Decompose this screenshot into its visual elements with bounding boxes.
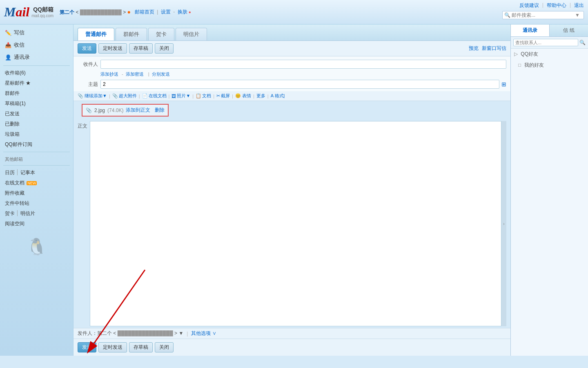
write-label: 写信: [14, 29, 24, 36]
cc-link[interactable]: 添加抄送: [100, 72, 118, 76]
tab-group-mail[interactable]: 群邮件: [116, 28, 147, 40]
tab-greeting-card[interactable]: 贺卡: [148, 28, 174, 40]
attachments-label: 附件收藏: [5, 190, 24, 196]
sidebar-subscription[interactable]: QQ邮件订阅: [0, 139, 73, 150]
doc-label: 文档: [202, 93, 211, 99]
continue-add-button[interactable]: 继续添加▼: [85, 93, 107, 99]
cc-bcc-links: 添加抄送 - 添加密送 | 分别发送: [100, 71, 506, 77]
separate-link[interactable]: 分别发送: [152, 72, 170, 76]
tab-contacts[interactable]: 通讯录: [511, 25, 550, 36]
preview-link[interactable]: 预览: [469, 45, 479, 52]
logo-ail-letters: ail: [16, 4, 29, 20]
scheduled-send-button[interactable]: 定时发送: [98, 43, 127, 54]
sender-end[interactable]: > ▼: [174, 330, 183, 336]
qq-friends-expand: ▷: [514, 51, 518, 57]
super-attach-button[interactable]: 📎 超大附件: [112, 93, 137, 99]
contacts-button[interactable]: 👤 通讯录: [0, 51, 73, 63]
sidebar-file-transfer[interactable]: 文件中转站: [0, 198, 73, 209]
super-attach-label: 超大附件: [119, 93, 137, 99]
subject-icon[interactable]: ⊞: [501, 81, 506, 88]
to-row: 收件人: [78, 60, 506, 69]
inbox-button[interactable]: 📥 收信: [0, 39, 73, 51]
emoji-label: 😊 表情: [235, 93, 251, 99]
add-to-body-link[interactable]: 添加到正文: [126, 107, 150, 114]
send-label: 发送: [82, 45, 92, 51]
footer-scheduled-button[interactable]: 定时发送: [98, 342, 127, 352]
online-doc-button[interactable]: 📄 在线文档: [142, 93, 167, 99]
sidebar-reading[interactable]: 阅读空间: [0, 219, 73, 229]
username: 第二个: [60, 9, 74, 15]
photo-label: 照片▼: [177, 93, 190, 99]
sidebar-sent[interactable]: 已发送: [0, 109, 73, 119]
feedback-link[interactable]: 反馈建议: [519, 2, 539, 9]
sep5: |: [213, 94, 214, 99]
search-input[interactable]: [512, 12, 575, 18]
sidebar-deleted[interactable]: 已删除: [0, 119, 73, 129]
help-link[interactable]: 帮助中心: [547, 2, 566, 9]
body-editor[interactable]: [90, 121, 501, 326]
scrollbar-toggle[interactable]: ›: [501, 121, 506, 326]
bcc-link[interactable]: 添加密送: [126, 72, 144, 76]
sep4: |: [192, 94, 194, 99]
tab-stationery[interactable]: 信 纸: [550, 25, 588, 36]
footer-draft-button[interactable]: 存草稿: [129, 342, 153, 352]
sidebar-trash[interactable]: 垃圾箱: [0, 129, 73, 139]
my-friends-group[interactable]: □ 我的好友: [511, 60, 588, 71]
sidebar-calendar[interactable]: 日历 │ 记事本: [0, 168, 73, 178]
close-compose-button[interactable]: 关闭: [155, 43, 174, 54]
tab-postcard[interactable]: 明信片: [176, 28, 207, 40]
other-options[interactable]: 其他选项 ∨: [191, 330, 216, 337]
footer-send-button[interactable]: 发送: [78, 342, 96, 352]
inbox-label: 收信: [14, 41, 24, 49]
format-button[interactable]: A 格式|: [271, 93, 285, 99]
header: M ail QQ邮箱 mail.qq.com 第二个 < ███████████…: [0, 0, 588, 25]
write-mail-button[interactable]: ✏️ 写信: [0, 27, 73, 39]
attachment-size: (74.0K): [107, 108, 123, 113]
compose-area-wrapper: 普通邮件 群邮件 贺卡 明信片 发送 定时发送: [74, 25, 588, 356]
compose-tabs: 普通邮件 群邮件 贺卡 明信片: [74, 25, 510, 41]
save-draft-button[interactable]: 存草稿: [129, 43, 153, 54]
body-label: 正文: [78, 121, 90, 326]
contacts-search-button[interactable]: 🔍: [579, 40, 586, 45]
subject-label: 主题: [78, 81, 98, 88]
sidebar-attachments[interactable]: 附件收藏: [0, 188, 73, 198]
subject-input[interactable]: [100, 80, 499, 89]
sidebar-starred[interactable]: 星标邮件 ★: [0, 78, 73, 88]
emoji-button[interactable]: 😊 表情: [235, 93, 251, 99]
sidebar-drafts[interactable]: 草稿箱(1): [0, 99, 73, 109]
sidebar-inbox[interactable]: 收件箱(6): [0, 68, 73, 78]
contacts-search-input[interactable]: [513, 39, 578, 46]
sender-row: 发件人：第二个 < ████████████████ > ▼ | 其他选项 ∨: [74, 328, 510, 339]
sep-help: |: [570, 2, 571, 9]
contacts-tab-label: 通讯录: [523, 27, 537, 33]
footer-close-button[interactable]: 关闭: [155, 342, 174, 352]
delete-attachment-link[interactable]: 删除: [155, 107, 165, 114]
deleted-label: 已删除: [5, 121, 20, 127]
nav-settings[interactable]: 设置: [161, 9, 171, 15]
new-window-link[interactable]: 新窗口写信: [482, 45, 506, 52]
to-input[interactable]: [100, 60, 506, 69]
sidebar-divider-3: [3, 165, 70, 166]
more-button[interactable]: 更多: [256, 93, 265, 99]
sidebar-greeting[interactable]: 贺卡 │ 明信片: [0, 209, 73, 219]
sep6: |: [232, 94, 233, 99]
skin-dot: ●: [189, 10, 191, 14]
sep-bcc: |: [148, 72, 149, 76]
logout-link[interactable]: 退出: [574, 2, 584, 9]
qq-friends-group[interactable]: ▷ QQ好友: [511, 49, 588, 60]
nav-home[interactable]: 邮箱首页: [135, 9, 154, 15]
send-button[interactable]: 发送: [78, 43, 96, 54]
sidebar-online-docs[interactable]: 在线文档 NEW: [0, 178, 73, 188]
nav-skin[interactable]: 换肤: [178, 9, 187, 15]
search-dropdown-icon[interactable]: ▼: [575, 12, 580, 18]
compose-footer: 发送 定时发送 存草稿 关闭: [74, 339, 510, 356]
my-friends-label: 我的好友: [524, 62, 544, 68]
sep-cc: -: [122, 72, 123, 76]
tab-normal-mail[interactable]: 普通邮件: [78, 28, 114, 40]
draft-label: 存草稿: [134, 45, 148, 51]
doc-button[interactable]: 📋 文档: [196, 93, 211, 99]
screenshot-button[interactable]: ✂ 截屏: [216, 93, 230, 99]
group-mail-label: 群邮件: [5, 90, 20, 96]
sidebar-group-mail[interactable]: 群邮件: [0, 88, 73, 99]
photo-button[interactable]: 🖼 照片▼: [172, 93, 190, 99]
